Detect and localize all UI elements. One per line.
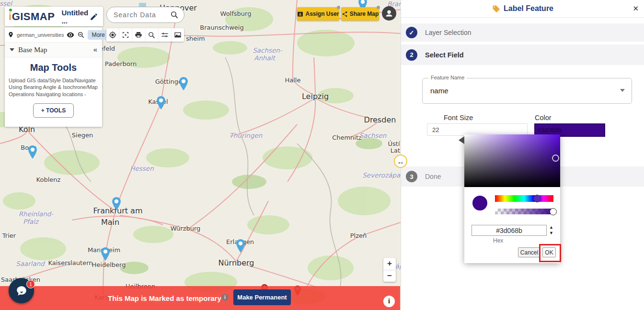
map-marker-icon[interactable] <box>178 77 189 91</box>
print-icon[interactable] <box>132 28 145 42</box>
font-size-label: Font Size <box>444 114 473 122</box>
saturation-cursor[interactable] <box>552 155 559 162</box>
app-logo[interactable]: iGISMAP <box>9 11 55 23</box>
hex-input[interactable] <box>472 225 547 236</box>
map-toolbar <box>106 28 184 42</box>
step3-label: Done <box>425 173 441 180</box>
color-picker-popup: ▲ ▼ Hex Cancel OK <box>464 134 560 263</box>
search-bar <box>106 7 184 23</box>
layer-row[interactable]: german_universities More <box>5 27 102 43</box>
search-map-icon[interactable] <box>146 28 159 42</box>
search-input[interactable] <box>113 11 171 19</box>
step1-check-circle: ✓ <box>406 27 417 38</box>
step-select-field[interactable]: 2 Select Field <box>401 44 644 65</box>
saturation-area[interactable] <box>464 134 560 187</box>
cancel-button[interactable]: Cancel <box>518 247 540 257</box>
banner-info-icon[interactable]: i <box>221 294 229 301</box>
step2-number-circle: 2 <box>406 49 417 61</box>
step2-label: Select Field <box>425 51 464 59</box>
layer-pin-icon <box>8 31 14 38</box>
label-tag-icon <box>492 5 500 13</box>
chat-bubble-icon <box>15 285 28 297</box>
step3-number-circle: 3 <box>406 171 417 182</box>
make-permanent-button[interactable]: Make Permanent <box>233 289 291 305</box>
share-map-dot <box>377 6 380 9</box>
layer-more-button[interactable]: More <box>88 30 108 40</box>
step1-label: Layer Selection <box>425 29 472 36</box>
badge-icon <box>297 11 303 17</box>
map-marker-icon[interactable] <box>235 239 246 253</box>
map-tools-description: Upload GIS data/Style Data/Navigate Usin… <box>9 77 98 98</box>
app-window: sselHannoverWolfsburgBraunschweigsheimSa… <box>0 0 644 310</box>
zoom-in-button[interactable]: + <box>383 258 396 270</box>
hex-stepper[interactable]: ▲ ▼ <box>549 224 553 236</box>
alpha-slider[interactable] <box>495 209 553 214</box>
assign-user-button[interactable]: Assign User <box>297 7 339 21</box>
chevron-down-icon <box>620 89 625 92</box>
share-icon <box>342 11 348 17</box>
panel-title: Label Feature <box>504 4 553 13</box>
assign-user-dot <box>337 6 340 9</box>
hue-slider[interactable] <box>495 195 553 202</box>
stepper-down-icon[interactable]: ▼ <box>549 230 553 236</box>
step-layer-selection[interactable]: ✓ Layer Selection <box>401 23 644 42</box>
person-icon <box>384 8 394 19</box>
map-zoom-control: + − <box>383 258 396 282</box>
stepper-up-icon[interactable]: ▲ <box>549 224 553 230</box>
alpha-slider-thumb[interactable] <box>550 208 557 215</box>
zoom-out-button[interactable]: − <box>383 270 396 282</box>
map-tools-card: Map Tools Upload GIS data/Style Data/Nav… <box>5 57 102 121</box>
chevron-down-icon <box>10 48 14 51</box>
map-title[interactable]: Untitled ... <box>61 9 90 25</box>
export-image-icon[interactable] <box>172 28 184 42</box>
user-avatar[interactable] <box>382 6 396 21</box>
hue-slider-thumb[interactable] <box>533 195 541 202</box>
picker-pointer-arrow <box>459 136 464 144</box>
feature-name-select[interactable]: Feature Name name <box>422 78 632 104</box>
banner-text: This Map is Marked as temporary <box>108 286 221 310</box>
map-marker-icon[interactable] <box>27 145 38 159</box>
temporary-map-banner: This Map is Marked as temporary <box>0 286 400 310</box>
feature-name-legend: Feature Name <box>428 75 467 80</box>
fit-bounds-icon[interactable] <box>119 28 132 42</box>
map-tools-title: Map Tools <box>9 62 98 73</box>
panel-header: Label Feature ✕ <box>401 0 644 18</box>
collapse-panel-icon[interactable]: « <box>93 45 98 55</box>
color-label: Color <box>535 114 552 122</box>
share-map-button[interactable]: Share Map <box>341 7 379 21</box>
locate-icon[interactable] <box>106 28 119 42</box>
basemap-label: Base Map <box>18 46 93 54</box>
map-marker-icon[interactable] <box>100 247 111 261</box>
basemap-row[interactable]: Base Map « <box>5 43 102 57</box>
tools-button[interactable]: + TOOLS <box>33 103 74 118</box>
hex-caption: Hex <box>493 237 503 244</box>
map-marker-icon[interactable] <box>155 96 167 110</box>
close-icon[interactable]: ✕ <box>632 4 639 13</box>
layer-visibility-icon[interactable] <box>67 32 74 38</box>
panel-resize-handle[interactable]: ↔ <box>394 155 407 168</box>
measure-icon[interactable] <box>159 28 172 42</box>
map-attribution-icon[interactable]: i <box>383 296 395 307</box>
search-icon[interactable] <box>171 11 178 19</box>
label-feature-panel: Label Feature ✕ ✓ Layer Selection 2 Sele… <box>401 0 644 310</box>
layer-zoom-icon[interactable] <box>78 32 84 38</box>
logo-card: iGISMAP Untitled ... <box>5 7 103 26</box>
edit-title-icon[interactable] <box>90 12 98 21</box>
layer-name: german_universities <box>17 32 64 38</box>
color-preview-circle <box>472 196 487 210</box>
feature-name-value: name <box>430 87 448 95</box>
chat-notification-badge: 1 <box>26 280 35 288</box>
map-marker-icon[interactable] <box>111 197 122 211</box>
ok-highlight-box <box>539 244 561 262</box>
layer-sidebar: german_universities More Base Map « Map … <box>5 27 102 127</box>
